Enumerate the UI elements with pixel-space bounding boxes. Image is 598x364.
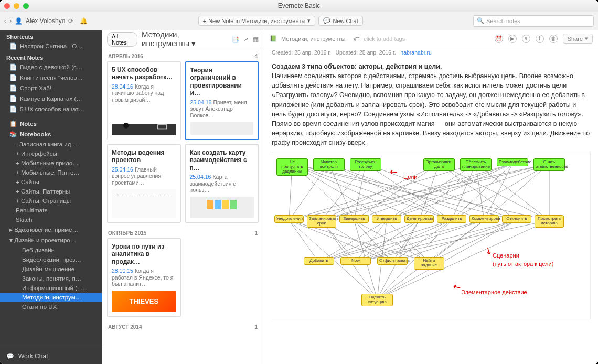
tag-icon[interactable]: 🏷	[354, 36, 359, 42]
source-link[interactable]: habrahabr.ru	[400, 49, 432, 56]
view-grid-icon[interactable]: ▦	[253, 36, 259, 43]
shortcuts-header: Shortcuts	[0, 30, 102, 41]
notebook-item[interactable]: Методики, инструм…	[0, 293, 102, 302]
user-name[interactable]: Alex Voloshyn	[26, 17, 65, 25]
goal-node: Облегчить планирование	[460, 158, 492, 171]
note-card[interactable]: Методы ведения проектов25.04.16 Главный …	[107, 144, 181, 223]
all-notes-pill[interactable]: All Notes	[107, 32, 137, 47]
notebook-item[interactable]: Стати по UX	[0, 302, 102, 312]
note-body[interactable]: Создаем 3 типа объектов: акторы, действи…	[264, 58, 598, 364]
titlebar: Evernote Basic	[0, 0, 598, 12]
trash-icon[interactable]: 🗑	[549, 35, 558, 43]
forward-icon[interactable]: ›	[9, 17, 12, 25]
shortcut-item[interactable]: 📄 Настрои Сытина - О…	[0, 41, 102, 51]
minimize-window[interactable]	[14, 3, 19, 9]
notebook-item[interactable]: + Сайты. Паттерны	[0, 187, 102, 196]
svg-line-51	[354, 220, 392, 262]
action-node: Посмотреть историю	[535, 215, 564, 228]
note-card[interactable]: Как создать карту взаимодействия с п…25.…	[185, 144, 259, 223]
note-group-header: АПРЕЛЬ 20164	[107, 51, 259, 61]
note-meta: Created: 25 апр. 2016 г. Updated: 25 апр…	[264, 47, 598, 58]
action-node: Уведомления	[274, 215, 304, 223]
notes-section[interactable]: 📋 Notes	[0, 119, 102, 129]
notebook-item[interactable]: Skitch	[0, 215, 102, 224]
svg-line-20	[292, 164, 452, 220]
notebook-item[interactable]: ▸ Вдохновение, приме…	[0, 224, 102, 235]
recent-item[interactable]: 📄 Спорт-Хаб!	[0, 83, 102, 93]
chevron-down-icon: ▾	[307, 17, 311, 24]
plus-icon: +	[203, 18, 206, 24]
share-button[interactable]: Share ▾	[563, 34, 593, 44]
diagram-label: Сценарии (путь от актора к цели)	[493, 252, 553, 269]
note-card[interactable]: Теория ограничений в проектировании и…25…	[185, 61, 259, 140]
svg-line-9	[329, 164, 354, 220]
maximize-window[interactable]	[23, 3, 29, 9]
action-node: Найти задание	[414, 257, 444, 270]
chat-icon: 💬	[6, 352, 14, 360]
notebook-item[interactable]: - Записная книга ид…	[0, 140, 102, 149]
recent-item[interactable]: 📄 5 UX способов начат…	[0, 104, 102, 114]
sidebar: Shortcuts 📄 Настрои Сытина - О… Recent N…	[0, 30, 102, 364]
notebook-item[interactable]: + Мобильные. Патте…	[0, 168, 102, 177]
notebook-item[interactable]: + Интерфейсы	[0, 149, 102, 158]
diagram-label: Элементарное действие	[461, 288, 527, 297]
notebook-item[interactable]: + Мобильные прило…	[0, 158, 102, 168]
notebook-title: Методики, инструменты ▾	[142, 30, 227, 48]
action-node: Утвердить	[372, 215, 401, 223]
new-chat-button[interactable]: 💬 New Chat	[318, 16, 362, 26]
recent-item[interactable]: 📄 Клип и песня "челов…	[0, 72, 102, 83]
notebook-item[interactable]: ▾ Дизайн и проектиро…	[0, 235, 102, 245]
svg-line-25	[452, 164, 549, 220]
action-node: Оценить ситуацию	[361, 294, 393, 306]
recent-item[interactable]: 📄 Кампус в Карпатах (…	[0, 93, 102, 104]
notebook-item[interactable]: Видеолекции, през…	[0, 255, 102, 264]
sync-icon[interactable]: ⟳	[68, 17, 73, 25]
action-node: Запланировать срок	[307, 215, 336, 228]
notebook-item[interactable]: Законы, понятия, п…	[0, 274, 102, 283]
action-node: Комментировать	[469, 215, 499, 223]
notebook-settings-icon[interactable]: 📑	[231, 36, 239, 43]
svg-line-52	[392, 220, 419, 262]
notebook-share-icon[interactable]: ↗	[243, 36, 249, 43]
svg-line-41	[319, 220, 484, 262]
reminder-icon[interactable]: ⏰	[495, 35, 503, 43]
svg-line-32	[439, 164, 517, 220]
recent-item[interactable]: 📄 Видео с девочкой (с…	[0, 62, 102, 72]
svg-line-35	[476, 164, 549, 220]
notebook-icon: 📗	[270, 35, 277, 42]
notebook-item[interactable]: Веб-дизайн	[0, 245, 102, 255]
recent-header: Recent Notes	[0, 51, 102, 62]
search-icon: 🔍	[477, 17, 484, 24]
notebook-item[interactable]: + Сайты. Страницы	[0, 196, 102, 206]
new-note-button[interactable]: + New Note in Методики, инструменты ▾	[198, 16, 316, 26]
notebook-item[interactable]: Дизайн-мышление	[0, 264, 102, 274]
note-card[interactable]: 5 UX способов начать разработк…28.04.16 …	[107, 61, 181, 140]
close-window[interactable]	[4, 3, 10, 9]
back-icon[interactable]: ‹	[4, 17, 6, 25]
present-icon[interactable]: ▶	[508, 35, 517, 43]
goal-node: Взаимодействие	[497, 158, 528, 166]
tags-placeholder[interactable]: click to add tags	[364, 36, 405, 42]
user-icon[interactable]: 👤	[15, 17, 23, 25]
notebooks-section[interactable]: 📚 Notebooks	[0, 129, 102, 140]
svg-line-2	[289, 164, 476, 220]
goal-node: Разгрузить голову	[350, 158, 381, 171]
notebook-item[interactable]: + Сайты	[0, 177, 102, 187]
work-chat[interactable]: 💬 Work Chat	[0, 348, 102, 364]
diagram-label: Цели	[403, 173, 417, 181]
info-icon[interactable]: i	[536, 35, 544, 43]
note-card[interactable]: Уроки по пути из аналитика в продак…28.1…	[107, 238, 181, 317]
chat-icon: 💬	[323, 17, 330, 24]
note-notebook[interactable]: Методики, инструменты	[281, 36, 345, 42]
svg-line-46	[356, 220, 484, 262]
notebook-item[interactable]: Информационный (Т…	[0, 283, 102, 293]
notebook-item[interactable]: Penultimate	[0, 206, 102, 215]
note-group-header: ОКТЯБРЬ 20151	[107, 228, 259, 238]
svg-line-26	[329, 164, 484, 220]
search-input[interactable]: 🔍 Search notes	[473, 15, 594, 27]
svg-line-18	[419, 164, 439, 220]
svg-line-22	[366, 164, 452, 220]
action-node: Завершить	[339, 215, 369, 223]
annotate-icon[interactable]: a	[522, 35, 530, 43]
activity-icon[interactable]: 🔔	[80, 17, 88, 25]
